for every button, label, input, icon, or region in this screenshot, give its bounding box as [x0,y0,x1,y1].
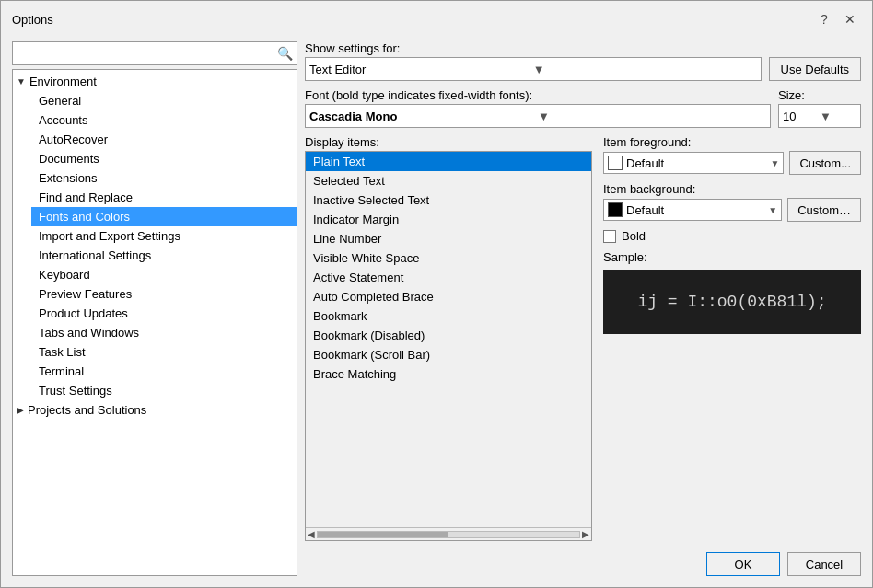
size-value: 10 [783,110,820,123]
tree-item-trust-settings[interactable]: Trust Settings [31,381,297,400]
projects-label: Projects and Solutions [28,403,146,417]
dialog-title: Options [12,13,53,27]
custom-background-button[interactable]: Custom… [787,198,861,222]
title-bar-buttons: ? ✕ [813,8,861,30]
h-scroll-thumb [318,532,448,537]
foreground-value: Default [626,156,766,170]
title-bar: Options ? ✕ [1,1,872,34]
font-group: Font (bold type indicates fixed-width fo… [305,88,771,128]
background-row: Default ▼ Custom… [603,198,861,222]
colors-col: Item foreground: Default ▼ Custom... [603,135,861,541]
display-items-list[interactable]: Plain Text Selected Text Inactive Select… [306,152,591,527]
list-item-auto-completed-brace[interactable]: Auto Completed Brace [306,287,591,306]
sample-text: ij = I::o0(0xB81l); [637,293,826,311]
show-settings-group: Show settings for: Text Editor ▼ [305,41,762,81]
sample-section: Sample: ij = I::o0(0xB81l); [603,250,861,334]
bold-row: Bold [603,229,861,243]
ok-button[interactable]: OK [706,552,780,576]
item-foreground-label: Item foreground: [603,135,861,149]
scroll-right-arrow[interactable]: ▶ [582,529,589,539]
h-scroll-track[interactable] [317,531,580,538]
footer-buttons: OK Cancel [305,548,861,576]
foreground-arrow: ▼ [770,158,779,168]
tree-section-environment[interactable]: ▼ Environment [13,72,297,91]
foreground-row: Default ▼ Custom... [603,151,861,175]
font-dropdown[interactable]: Cascadia Mono ▼ [305,104,771,128]
help-button[interactable]: ? [813,8,835,30]
foreground-dropdown[interactable]: Default ▼ [603,152,784,174]
tree-item-product-updates[interactable]: Product Updates [31,304,297,323]
tree-container: ▼ Environment General Accounts AutoRecov… [12,69,297,576]
search-icon[interactable]: 🔍 [277,46,293,61]
tree-item-terminal[interactable]: Terminal [31,362,297,381]
environment-label: Environment [29,75,97,88]
size-dropdown[interactable]: 10 ▼ [778,104,861,128]
list-item-brace-matching[interactable]: Brace Matching [306,364,591,384]
list-item-plain-text[interactable]: Plain Text [306,152,591,171]
tree-item-documents[interactable]: Documents [31,149,297,168]
display-items-list-wrapper: Plain Text Selected Text Inactive Select… [305,151,592,541]
search-input[interactable] [17,47,277,61]
list-item-bookmark-scroll-bar[interactable]: Bookmark (Scroll Bar) [306,345,591,364]
use-defaults-button[interactable]: Use Defaults [769,57,861,81]
tree-item-fonts-colors[interactable]: Fonts and Colors [31,207,297,226]
expand-icon: ▼ [17,76,26,86]
search-box[interactable]: 🔍 [12,41,297,65]
show-settings-label: Show settings for: [305,41,762,55]
cancel-button[interactable]: Cancel [787,552,861,576]
bold-checkbox[interactable] [603,230,616,243]
collapse-icon: ▶ [17,405,24,415]
left-panel: 🔍 ▼ Environment General Accounts AutoRec… [12,41,297,576]
tree-item-autorecover[interactable]: AutoRecover [31,130,297,149]
tree-item-general[interactable]: General [31,91,297,110]
tree-item-accounts[interactable]: Accounts [31,110,297,130]
scroll-left-arrow[interactable]: ◀ [308,529,315,539]
tree-item-import-export[interactable]: Import and Export Settings [31,226,297,246]
show-settings-row: Show settings for: Text Editor ▼ Use Def… [305,41,861,81]
show-settings-arrow: ▼ [533,63,757,76]
show-settings-dropdown[interactable]: Text Editor ▼ [305,57,762,81]
tree-item-task-list[interactable]: Task List [31,342,297,362]
list-item-line-number[interactable]: Line Number [306,229,591,248]
display-section: Display items: Plain Text Selected Text … [305,135,861,541]
list-item-bookmark-disabled[interactable]: Bookmark (Disabled) [306,326,591,345]
list-item-active-statement[interactable]: Active Statement [306,268,591,287]
sample-box: ij = I::o0(0xB81l); [603,270,861,334]
bold-label: Bold [622,229,646,243]
environment-children: General Accounts AutoRecover Documents E… [13,91,297,400]
size-label: Size: [778,88,861,102]
tree-section-projects[interactable]: ▶ Projects and Solutions [13,400,297,420]
horizontal-scrollbar[interactable]: ◀ ▶ [306,527,591,540]
dialog-content: 🔍 ▼ Environment General Accounts AutoRec… [1,34,872,587]
display-items-col: Display items: Plain Text Selected Text … [305,135,592,541]
tree-item-international[interactable]: International Settings [31,246,297,265]
tree-item-keyboard[interactable]: Keyboard [31,265,297,284]
list-item-bookmark[interactable]: Bookmark [306,306,591,326]
tree-item-preview[interactable]: Preview Features [31,284,297,304]
background-section: Item background: Default ▼ Custom… [603,182,861,222]
font-row: Font (bold type indicates fixed-width fo… [305,88,861,128]
list-item-visible-white-space[interactable]: Visible White Space [306,248,591,268]
tree-item-find-replace[interactable]: Find and Replace [31,188,297,207]
foreground-swatch [608,156,623,170]
close-button[interactable]: ✕ [839,8,861,30]
background-arrow: ▼ [768,205,777,215]
list-item-selected-text[interactable]: Selected Text [306,171,591,190]
options-dialog: Options ? ✕ 🔍 ▼ Environment General [0,0,873,588]
right-panel: Show settings for: Text Editor ▼ Use Def… [305,41,861,576]
size-arrow: ▼ [820,110,856,123]
foreground-section: Item foreground: Default ▼ Custom... [603,135,861,175]
list-item-indicator-margin[interactable]: Indicator Margin [306,210,591,229]
size-group: Size: 10 ▼ [778,88,861,128]
background-value: Default [626,203,764,217]
background-swatch [608,202,623,217]
sample-label: Sample: [603,250,861,264]
background-dropdown[interactable]: Default ▼ [603,199,782,221]
font-value: Cascadia Mono [309,110,538,123]
item-background-label: Item background: [603,182,861,196]
list-item-inactive-selected[interactable]: Inactive Selected Text [306,190,591,210]
tree-item-extensions[interactable]: Extensions [31,168,297,188]
tree-item-tabs-windows[interactable]: Tabs and Windows [31,323,297,342]
font-arrow: ▼ [538,110,766,123]
custom-foreground-button[interactable]: Custom... [789,151,861,175]
